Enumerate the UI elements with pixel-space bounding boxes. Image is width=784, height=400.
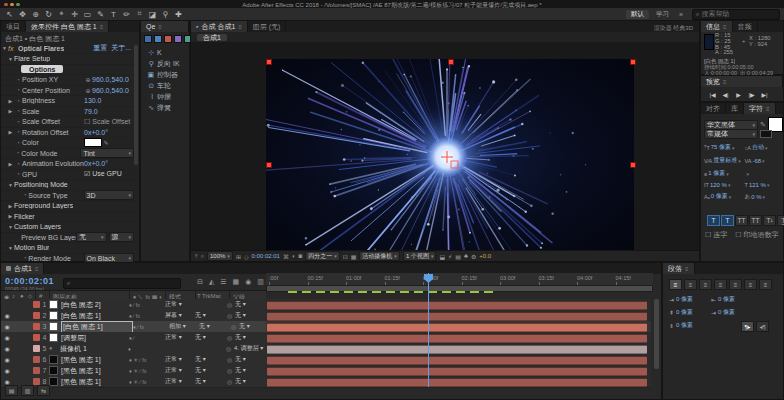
timeline-current-time[interactable]: 0:00:02:01: [5, 276, 54, 286]
parent-dropdown[interactable]: 无 ▾: [235, 377, 266, 386]
twirl-icon[interactable]: ▼: [7, 182, 14, 188]
leading-field[interactable]: ↕A自动▾: [745, 143, 783, 152]
rotation-tool[interactable]: ↻: [42, 9, 55, 19]
snapshot-icon[interactable]: ⌘: [283, 253, 289, 260]
selection-tool[interactable]: ↖: [3, 9, 16, 19]
effect-row-9[interactable]: ◔Color ModeTint▾: [1, 149, 134, 160]
indent-field-2[interactable]: ⇞0 像素: [669, 308, 703, 317]
effect-row-17[interactable]: Preview BG Layer无▾源▾: [1, 233, 134, 244]
flowchart-icon[interactable]: ♣: [464, 253, 468, 259]
layer-duration-bar[interactable]: [267, 334, 647, 343]
effect-row-13[interactable]: ◔Source Type3D▾: [1, 191, 134, 202]
timeline-search-input[interactable]: ⌕: [63, 278, 181, 289]
last-frame-button[interactable]: ▶|: [759, 90, 770, 99]
property-dropdown[interactable]: Tint▾: [80, 148, 134, 158]
effect-row-6[interactable]: ◔Scale Offset☐ Scale Offset: [1, 117, 134, 128]
first-frame-button[interactable]: |◀: [707, 90, 718, 99]
zoom-tool[interactable]: ⊕: [29, 9, 42, 19]
vertical-scale-field-value[interactable]: 120 %: [710, 182, 727, 188]
3d-view-dropdown[interactable]: 活动摄像机▾: [359, 251, 400, 261]
help-search-input[interactable]: ⌕ 搜索帮助: [692, 9, 780, 20]
layer-label-chip[interactable]: [33, 334, 40, 341]
stopwatch-icon[interactable]: ◔: [14, 140, 22, 146]
header-trkmat[interactable]: T TrkMat: [197, 293, 221, 299]
effect-row-5[interactable]: ▶◔Scale79.0: [1, 107, 134, 118]
rectangle-tool[interactable]: ▭: [81, 9, 94, 19]
camera-tool[interactable]: ⌖: [55, 9, 68, 19]
twirl-icon[interactable]: ▶: [7, 98, 14, 104]
font-size-field[interactable]: ᵀT75 像素▾: [704, 143, 742, 152]
script-toolbar-icon[interactable]: [144, 35, 152, 43]
align-button-4[interactable]: ≡: [729, 279, 742, 290]
layer-switches[interactable]: ♦ ☀ ∕ fx: [129, 368, 165, 374]
header-av-icon-1[interactable]: ♪: [12, 293, 15, 299]
clone-stamp-tool[interactable]: ⌗: [133, 9, 146, 19]
stopwatch-icon[interactable]: ◔: [14, 108, 22, 114]
layer-name[interactable]: [黑色 固态 1]: [61, 366, 129, 376]
comp-viewport[interactable]: [191, 42, 699, 253]
layer-name[interactable]: [白色 固态 1]: [61, 311, 129, 321]
layer-label-chip[interactable]: [33, 312, 40, 319]
region-of-interest-icon[interactable]: ⊡: [343, 253, 348, 260]
toggle-inout-columns-icon[interactable]: ⇆: [37, 385, 50, 396]
layer-switches[interactable]: ♦ ∕: [129, 335, 165, 341]
zoom-level-dropdown[interactable]: 100%▾: [207, 251, 233, 261]
effect-row-7[interactable]: ▶◔Rotation Offset0x+0.0°: [1, 128, 134, 139]
toggle-layer-switches-icon[interactable]: ▤: [5, 385, 18, 396]
motion-blur-icon[interactable]: ◉: [245, 278, 251, 286]
align-button-1[interactable]: ≡: [684, 279, 697, 290]
parent-pickwhip-icon[interactable]: ◎: [231, 323, 239, 330]
mode-dropdown[interactable]: 正常 ▾: [165, 366, 195, 375]
visibility-eye-icon[interactable]: ◉: [3, 334, 11, 341]
frame-blending-icon[interactable]: ▦: [233, 278, 240, 286]
layer-track[interactable]: [266, 376, 651, 388]
trkmat-dropdown[interactable]: 无 ▾: [195, 355, 227, 364]
font-style-dropdown[interactable]: 常规体▾: [704, 129, 758, 139]
tool-k[interactable]: ⊹K: [144, 47, 187, 58]
stopwatch-icon[interactable]: ◔: [14, 171, 22, 177]
graph-editor-icon[interactable]: ▥: [257, 278, 264, 286]
horizontal-scale-field[interactable]: T121 %▾: [745, 182, 783, 188]
draft-3d-icon[interactable]: ◭: [209, 278, 214, 286]
visibility-eye-icon[interactable]: ◉: [3, 345, 11, 352]
effect-about-link[interactable]: 关于...: [111, 43, 131, 53]
stopwatch-icon[interactable]: ◔: [14, 161, 22, 167]
trkmat-dropdown[interactable]: 无 ▾: [199, 322, 231, 331]
layer-duration-bar[interactable]: [267, 367, 647, 376]
effect-row-2[interactable]: ◔Position XY⊕960.0,540.0: [1, 75, 134, 86]
layer-duration-bar[interactable]: [267, 378, 647, 387]
tab-character-1[interactable]: 库: [726, 103, 744, 114]
horizontal-scale-field-value[interactable]: 121 %: [749, 182, 766, 188]
property-dropdown[interactable]: 3D▾: [84, 190, 134, 200]
kerning-field[interactable]: V⁄A度量标准▾: [704, 156, 742, 165]
layer-duration-bar[interactable]: [267, 345, 647, 354]
workspace-tab-1[interactable]: 学习: [651, 10, 674, 19]
comp-mini-flowchart-icon[interactable]: ⊟: [197, 278, 203, 286]
tool-pendulum[interactable]: ⌇钟摆: [144, 91, 187, 102]
ligatures-checkbox[interactable]: ☐ 连字: [705, 230, 727, 240]
property-value[interactable]: 130.0: [84, 97, 102, 104]
twirl-icon[interactable]: ▶: [7, 108, 14, 114]
stopwatch-icon[interactable]: ◔: [14, 129, 22, 135]
playhead-line[interactable]: [428, 273, 429, 387]
script-toolbar-icon[interactable]: [174, 35, 182, 43]
layer-duration-bar[interactable]: [267, 356, 647, 365]
effect-row-4[interactable]: ▶◔Brightness130.0: [1, 96, 134, 107]
pen-tool[interactable]: ✎: [94, 9, 107, 19]
layer-label-chip[interactable]: [33, 378, 40, 385]
parent-dropdown[interactable]: 无 ▾: [235, 333, 266, 342]
tracking-field[interactable]: VA-68▾: [745, 156, 783, 165]
text-style-button-1[interactable]: T: [721, 215, 734, 226]
stroke-width-field[interactable]: ≡1 像素▾: [704, 169, 742, 178]
font-family-dropdown[interactable]: 华文黑体▾: [704, 120, 758, 130]
align-button-2[interactable]: ≡: [699, 279, 712, 290]
trkmat-dropdown[interactable]: 无 ▾: [195, 311, 227, 320]
stroke-style-dropdown[interactable]: ▾: [745, 169, 783, 178]
hand-tool[interactable]: ✥: [16, 9, 29, 19]
text-style-button-4[interactable]: T¹: [763, 215, 776, 226]
tab-effect-controls[interactable]: 效果控件 白色 固态 1≡: [26, 21, 109, 32]
play-button[interactable]: ▶: [733, 90, 744, 99]
header-number[interactable]: #: [39, 293, 42, 299]
tab-info-1[interactable]: 音频: [733, 21, 758, 32]
panel-menu-icon[interactable]: ≡: [766, 106, 770, 112]
